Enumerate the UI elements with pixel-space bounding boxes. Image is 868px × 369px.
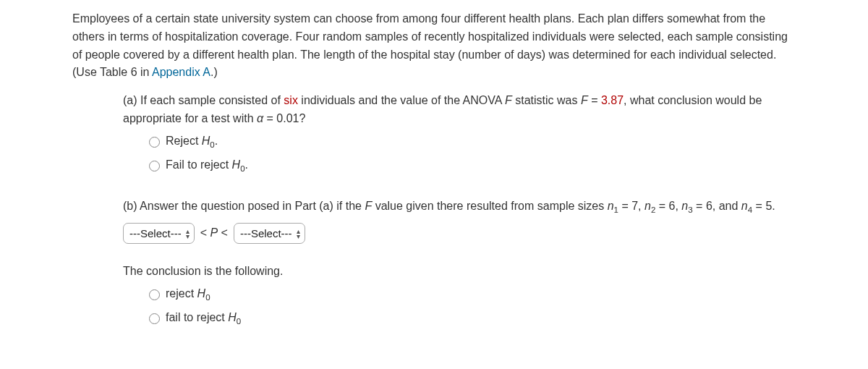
radio-icon[interactable]	[149, 137, 160, 148]
part-b-question: (b) Answer the question posed in Part (a…	[123, 198, 796, 217]
conclusion-options: reject H0 fail to reject H0	[123, 285, 796, 328]
sample-size-highlight: six	[284, 94, 298, 106]
radio-icon[interactable]	[149, 161, 160, 171]
select-lower-bound[interactable]: ---Select--- ▴▾	[123, 223, 195, 244]
option-reject-h0[interactable]: Reject H0.	[149, 132, 796, 152]
radio-icon[interactable]	[149, 313, 160, 324]
intro-text-after: .)	[210, 66, 218, 78]
option-fail-reject-h0[interactable]: Fail to reject H0.	[149, 156, 796, 176]
chevron-updown-icon: ▴▾	[297, 229, 300, 239]
f-value: 3.87	[601, 94, 624, 106]
radio-icon[interactable]	[149, 289, 160, 300]
appendix-link[interactable]: Appendix A	[152, 66, 210, 78]
option-fail-reject-h0-b[interactable]: fail to reject H0	[149, 309, 796, 328]
intro-paragraph: Employees of a certain state university …	[72, 10, 796, 82]
part-b: (b) Answer the question posed in Part (a…	[72, 198, 796, 328]
select-upper-bound[interactable]: ---Select--- ▴▾	[234, 223, 305, 244]
conclusion-heading: The conclusion is the following.	[123, 263, 796, 281]
part-a-question: (a) If each sample consisted of six indi…	[123, 92, 796, 128]
option-reject-h0-b[interactable]: reject H0	[149, 285, 796, 305]
p-value-range: ---Select--- ▴▾ < P < ---Select--- ▴▾	[123, 223, 796, 244]
part-a: (a) If each sample consisted of six indi…	[72, 92, 796, 176]
chevron-updown-icon: ▴▾	[186, 229, 190, 239]
part-a-options: Reject H0. Fail to reject H0.	[123, 132, 796, 176]
